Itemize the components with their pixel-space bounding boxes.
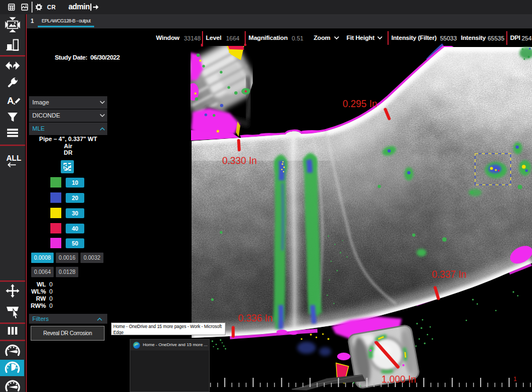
svg-text:1.000 In: 1.000 In (381, 374, 416, 385)
svg-text:1: 1 (513, 376, 517, 382)
svg-text:0.337 In: 0.337 In (432, 269, 466, 280)
svg-text:0.295 In: 0.295 In (343, 98, 377, 109)
svg-text:A: A (7, 96, 14, 106)
svg-text:ALL: ALL (7, 154, 22, 162)
svg-text:0.330 In: 0.330 In (222, 155, 257, 166)
svg-text:0.336 In: 0.336 In (238, 313, 273, 324)
